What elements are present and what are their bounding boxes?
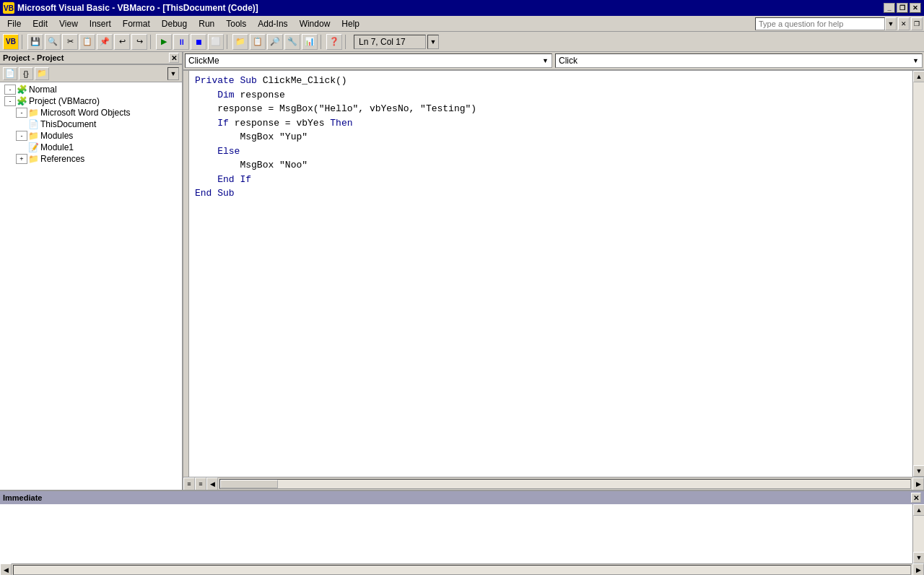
immediate-title-bar: Immediate ✕ (0, 491, 924, 504)
project-label: Project (VBMacro) (29, 96, 100, 106)
horizontal-scroll-track[interactable] (219, 479, 911, 489)
toolbar-sep-1 (22, 35, 25, 49)
find-button[interactable]: 🔍 (45, 34, 61, 50)
modules-expander[interactable]: - (16, 131, 27, 141)
module1-label: Module1 (40, 142, 74, 152)
scroll-right-button[interactable]: ▶ (912, 477, 924, 490)
menu-file[interactable]: File (1, 17, 27, 31)
project-expander[interactable]: - (4, 96, 16, 106)
menu-view[interactable]: View (53, 17, 84, 31)
indent-left-button[interactable]: ≡ (183, 477, 195, 490)
project-close-button[interactable]: ✕ (169, 53, 179, 63)
imm-scroll-track[interactable] (913, 516, 924, 552)
menu-debug[interactable]: Debug (156, 17, 193, 31)
scroll-track-right[interactable] (913, 82, 924, 465)
redo-button[interactable]: ↪ (131, 34, 147, 50)
object-dropdown-arrow: ▼ (542, 57, 549, 64)
immediate-close-button[interactable]: ✕ (911, 493, 921, 503)
references-expander[interactable]: + (16, 154, 27, 164)
cursor-position: Ln 7, Col 17 (354, 35, 426, 49)
line-gutter (183, 71, 189, 477)
toolbar-sep-3 (227, 35, 230, 49)
help-btn[interactable]: ❓ (326, 34, 342, 50)
object-browser-button[interactable]: 🔎 (267, 34, 283, 50)
help-search-input[interactable] (755, 17, 885, 30)
menu-run[interactable]: Run (193, 17, 220, 31)
imm-scroll-left[interactable]: ◀ (0, 563, 12, 576)
menu-tools[interactable]: Tools (220, 17, 252, 31)
project-scroll-down[interactable]: ▼ (167, 67, 179, 80)
normal-label: Normal (29, 85, 57, 95)
tree-references[interactable]: + 📁 References (1, 153, 180, 165)
object-dropdown[interactable]: ClickMe ▼ (185, 53, 552, 68)
word-objects-expander[interactable]: - (16, 108, 27, 118)
main-layout: Project - Project ✕ 📄 {} 📁 ▼ - 🧩 Normal (0, 52, 924, 575)
normal-expander[interactable]: - (4, 85, 16, 95)
toggle-folders-button[interactable]: 📁 (35, 67, 49, 80)
copy-button[interactable]: 📋 (79, 34, 95, 50)
word-objects-label: Microsoft Word Objects (40, 108, 130, 118)
menu-help[interactable]: Help (336, 17, 365, 31)
project-tree: - 🧩 Normal - 🧩 Project (VBMacro) - 📁 Mic… (0, 82, 182, 490)
proc-dropdown-arrow: ▼ (912, 57, 919, 64)
tree-word-objects[interactable]: - 📁 Microsoft Word Objects (1, 107, 180, 118)
scroll-up-arrow[interactable]: ▲ (913, 71, 924, 82)
code-editor-wrapper: Private Sub ClickMe_Click() Dim response… (183, 71, 924, 477)
help-restore-button[interactable]: ❐ (911, 17, 923, 30)
properties-button[interactable]: 📋 (250, 34, 266, 50)
menu-window[interactable]: Window (294, 17, 336, 31)
menu-addins[interactable]: Add-Ins (252, 17, 293, 31)
status-dropdown[interactable]: ▼ (427, 35, 439, 49)
break-button[interactable]: ⏸ (173, 34, 189, 50)
module1-icon: 📝 (27, 142, 39, 152)
imm-horizontal-track[interactable] (13, 565, 911, 575)
app-title: Microsoft Visual Basic - VBMacro - [This… (17, 3, 884, 13)
tree-modules[interactable]: - 📁 Modules (1, 130, 180, 142)
toolbox-button[interactable]: 🔧 (284, 34, 300, 50)
design-button[interactable]: ⬜ (208, 34, 224, 50)
scroll-down-arrow[interactable]: ▼ (913, 465, 924, 477)
run-button[interactable]: ▶ (156, 34, 172, 50)
cut-button[interactable]: ✂ (62, 34, 78, 50)
proc-dropdown[interactable]: Click ▼ (555, 53, 923, 68)
normal-icon: 🧩 (16, 85, 27, 95)
tree-project[interactable]: - 🧩 Project (VBMacro) (1, 95, 180, 107)
project-explorer-button[interactable]: 📁 (232, 34, 248, 50)
immediate-title-text: Immediate (3, 493, 42, 502)
save-button[interactable]: 💾 (27, 34, 43, 50)
menu-edit[interactable]: Edit (27, 17, 53, 31)
immediate-scrollbar[interactable]: ▲ ▼ (912, 504, 924, 563)
immediate-input[interactable] (0, 504, 912, 563)
imm-scroll-down[interactable]: ▼ (913, 552, 924, 563)
undo-button[interactable]: ↩ (114, 34, 130, 50)
restore-button[interactable]: ❐ (897, 3, 908, 13)
code-content[interactable]: Private Sub ClickMe_Click() Dim response… (189, 71, 912, 477)
indent-right-button[interactable]: ≡ (195, 477, 206, 490)
view-code-button[interactable]: {} (19, 67, 33, 80)
editor-scrollbar-right[interactable]: ▲ ▼ (912, 71, 924, 477)
menu-format[interactable]: Format (117, 17, 156, 31)
tree-normal[interactable]: - 🧩 Normal (1, 84, 180, 95)
title-bar: VB Microsoft Visual Basic - VBMacro - [T… (0, 0, 924, 16)
help-close-button[interactable]: ✕ (898, 17, 910, 30)
help-search-dropdown[interactable]: ▼ (885, 17, 897, 30)
paste-button[interactable]: 📌 (97, 34, 113, 50)
reset-button[interactable]: ⏹ (191, 34, 206, 50)
menu-insert[interactable]: Insert (84, 17, 117, 31)
scroll-left-button[interactable]: ◀ (206, 477, 218, 490)
imm-scroll-right[interactable]: ▶ (912, 563, 924, 576)
horizontal-scroll-thumb[interactable] (220, 480, 278, 488)
editor-bottom-bar: ≡ ≡ ◀ ▶ (183, 477, 924, 490)
tree-module1[interactable]: 📝 Module1 (1, 142, 180, 153)
minimize-button[interactable]: _ (884, 3, 895, 13)
form-button[interactable]: 📊 (302, 34, 318, 50)
proc-dropdown-value: Click (559, 56, 912, 66)
project-title-bar: Project - Project ✕ (0, 52, 182, 65)
imm-scroll-up[interactable]: ▲ (913, 504, 924, 516)
toolbar-sep-5 (345, 35, 348, 49)
this-document-icon: 📄 (27, 119, 39, 129)
immediate-panel: Immediate ✕ ▲ ▼ ◀ ▶ (0, 490, 924, 575)
close-button[interactable]: ✕ (910, 3, 921, 13)
tree-this-document[interactable]: 📄 ThisDocument (1, 118, 180, 130)
view-object-button[interactable]: 📄 (3, 67, 17, 80)
